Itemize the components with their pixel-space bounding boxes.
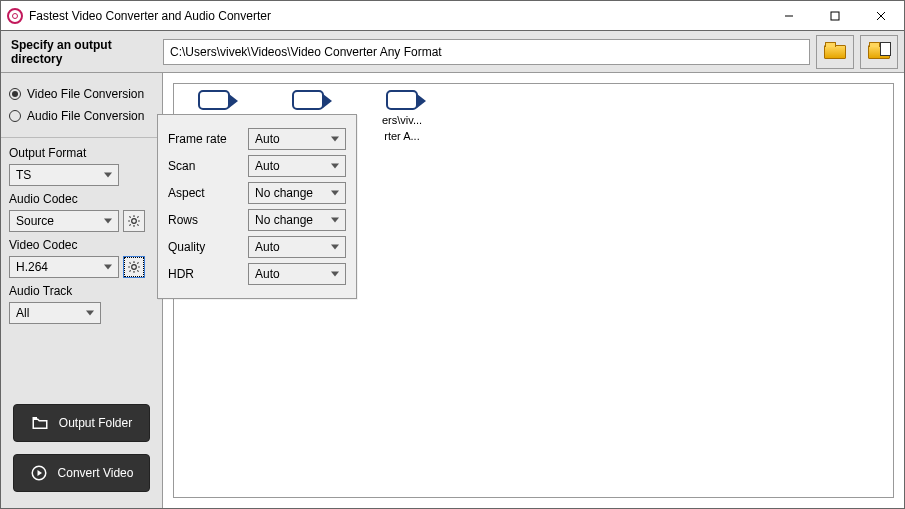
- output-folder-button[interactable]: Output Folder: [13, 404, 150, 442]
- folder-icon: [31, 414, 49, 432]
- popup-row-hdr: HDR Auto: [168, 263, 346, 285]
- body: Video File Conversion Audio File Convers…: [1, 73, 904, 508]
- rows-select[interactable]: No change: [248, 209, 346, 231]
- popup-row-quality: Quality Auto: [168, 236, 346, 258]
- convert-icon: [30, 464, 48, 482]
- select-value: All: [16, 306, 29, 320]
- quality-select[interactable]: Auto: [248, 236, 346, 258]
- gear-icon: [127, 214, 141, 228]
- browse-folder-button[interactable]: [816, 35, 854, 69]
- field-label: Video Codec: [9, 238, 154, 252]
- select-value: Auto: [255, 132, 280, 146]
- field-label: Audio Track: [9, 284, 154, 298]
- button-label: Output Folder: [59, 416, 132, 430]
- folder-icon: [824, 45, 846, 59]
- app-icon: [7, 8, 23, 24]
- select-value: Auto: [255, 240, 280, 254]
- video-icon: [198, 90, 230, 110]
- folder-docs-icon: [868, 45, 890, 59]
- app-window: Fastest Video Converter and Audio Conver…: [0, 0, 905, 509]
- field-label: Output Format: [9, 146, 154, 160]
- convert-video-button[interactable]: Convert Video: [13, 454, 150, 492]
- audio-track-select[interactable]: All: [9, 302, 101, 324]
- open-folder-button[interactable]: [860, 35, 898, 69]
- popup-row-aspect: Aspect No change: [168, 182, 346, 204]
- file-name-line2: rter A...: [362, 130, 442, 142]
- framerate-select[interactable]: Auto: [248, 128, 346, 150]
- hdr-select[interactable]: Auto: [248, 263, 346, 285]
- radio-label: Video File Conversion: [27, 87, 144, 101]
- svg-rect-1: [831, 12, 839, 20]
- title-bar: Fastest Video Converter and Audio Conver…: [1, 1, 904, 31]
- aspect-select[interactable]: No change: [248, 182, 346, 204]
- radio-icon: [9, 88, 21, 100]
- radio-label: Audio File Conversion: [27, 109, 144, 123]
- radio-video-conversion[interactable]: Video File Conversion: [9, 83, 154, 105]
- field-label: Audio Codec: [9, 192, 154, 206]
- scan-select[interactable]: Auto: [248, 155, 346, 177]
- select-value: TS: [16, 168, 31, 182]
- audio-codec-select[interactable]: Source: [9, 210, 119, 232]
- output-format-select[interactable]: TS: [9, 164, 119, 186]
- video-icon: [386, 90, 418, 110]
- output-dir-row: Specify an output directory: [1, 31, 904, 73]
- select-value: Source: [16, 214, 54, 228]
- popup-row-scan: Scan Auto: [168, 155, 346, 177]
- popup-row-framerate: Frame rate Auto: [168, 128, 346, 150]
- popup-label: Frame rate: [168, 132, 248, 146]
- minimize-button[interactable]: [766, 1, 812, 30]
- maximize-button[interactable]: [812, 1, 858, 30]
- video-codec-block: Video Codec H.264: [1, 234, 162, 280]
- conversion-type-group: Video File Conversion Audio File Convers…: [1, 77, 162, 133]
- window-title: Fastest Video Converter and Audio Conver…: [29, 9, 766, 23]
- radio-icon: [9, 110, 21, 122]
- select-value: No change: [255, 213, 313, 227]
- popup-label: Aspect: [168, 186, 248, 200]
- separator: [1, 137, 162, 138]
- file-name-line1: ers\viv...: [362, 114, 442, 126]
- popup-row-rows: Rows No change: [168, 209, 346, 231]
- audio-codec-block: Audio Codec Source: [1, 188, 162, 234]
- close-button[interactable]: [858, 1, 904, 30]
- select-value: Auto: [255, 267, 280, 281]
- window-controls: [766, 1, 904, 30]
- video-codec-settings-button[interactable]: [123, 256, 145, 278]
- popup-label: Scan: [168, 159, 248, 173]
- output-format-block: Output Format TS: [1, 142, 162, 188]
- button-label: Convert Video: [58, 466, 134, 480]
- audio-codec-settings-button[interactable]: [123, 210, 145, 232]
- popup-label: Quality: [168, 240, 248, 254]
- radio-audio-conversion[interactable]: Audio File Conversion: [9, 105, 154, 127]
- select-value: No change: [255, 186, 313, 200]
- output-dir-input[interactable]: [163, 39, 810, 65]
- gear-icon: [127, 260, 141, 274]
- popup-label: HDR: [168, 267, 248, 281]
- popup-label: Rows: [168, 213, 248, 227]
- video-icon: [292, 90, 324, 110]
- audio-track-block: Audio Track All: [1, 280, 162, 326]
- output-dir-label: Specify an output directory: [7, 38, 157, 66]
- file-item[interactable]: ers\viv... rter A...: [370, 90, 434, 142]
- sidebar: Video File Conversion Audio File Convers…: [1, 73, 163, 508]
- select-value: Auto: [255, 159, 280, 173]
- video-codec-select[interactable]: H.264: [9, 256, 119, 278]
- video-codec-settings-popup: Frame rate Auto Scan Auto Aspect No chan…: [157, 114, 357, 299]
- select-value: H.264: [16, 260, 48, 274]
